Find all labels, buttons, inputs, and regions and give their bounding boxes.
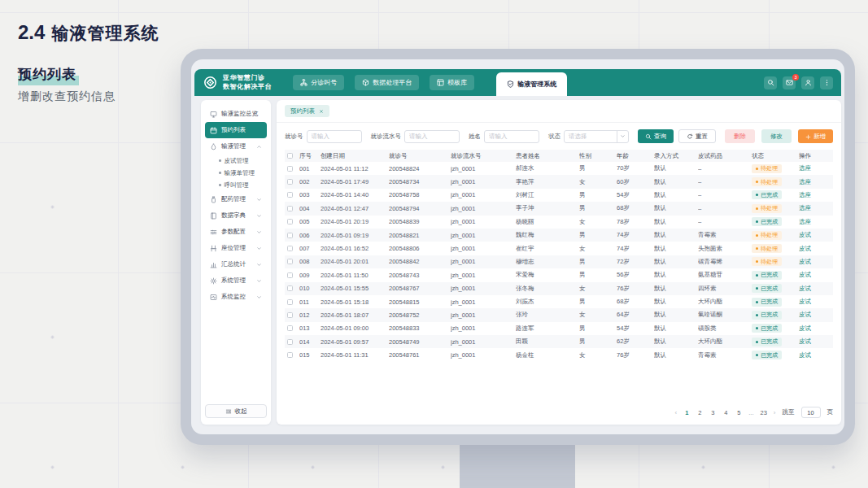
pagination-page-2[interactable]: 2: [696, 409, 703, 416]
row-checkbox[interactable]: [287, 325, 293, 331]
cell-seq: 005: [299, 218, 321, 225]
row-action-link[interactable]: 选座: [799, 164, 811, 172]
row-action-link[interactable]: 皮试: [799, 258, 811, 265]
row-action-link[interactable]: 皮试: [799, 298, 811, 305]
sidebar-item-dispensing-management[interactable]: 配药管理: [205, 191, 267, 207]
pagination-prev[interactable]: ‹: [675, 409, 678, 416]
column-header: 性别: [579, 152, 617, 160]
tab-appointment-list[interactable]: 预约列表: [285, 105, 329, 117]
sidebar-item-parameter-config[interactable]: 参数配置: [205, 224, 267, 240]
close-icon[interactable]: [319, 107, 324, 115]
table-row: 0142024-05-01 09:57200548749jzh_0001田颖男6…: [285, 335, 833, 348]
row-action-link[interactable]: 选座: [799, 218, 811, 225]
row-action-link[interactable]: 皮试: [799, 231, 811, 238]
pagination-next[interactable]: ›: [774, 409, 776, 416]
pagination-page-3[interactable]: 3: [709, 409, 716, 416]
row-checkbox[interactable]: [287, 299, 293, 305]
status-badge: 待处理: [752, 164, 782, 173]
row-checkbox[interactable]: [287, 312, 293, 318]
sidebar-item-infusion-monitor-overview[interactable]: 输液监控总览: [205, 106, 267, 122]
row-action-link[interactable]: 皮试: [799, 325, 811, 332]
sidebar-subitem-call-management[interactable]: 呼叫管理: [205, 179, 267, 191]
search-button[interactable]: [764, 76, 777, 89]
row-checkbox[interactable]: [287, 339, 293, 345]
edit-button[interactable]: 修改: [761, 129, 792, 143]
chevron-down-icon: [256, 294, 262, 300]
sidebar-subitem-skin-test-management[interactable]: 皮试管理: [205, 155, 267, 167]
sidebar-item-system-monitor[interactable]: 系统监控: [205, 289, 267, 305]
row-checkbox[interactable]: [287, 246, 293, 251]
cell-status: 已完成: [752, 351, 799, 359]
table-row: 0102024-05-01 15:55200548767jzh_0001张冬梅女…: [285, 282, 833, 295]
cell-drug: –: [698, 218, 752, 225]
pagination-page-4[interactable]: 4: [722, 409, 729, 416]
cell-age: 56岁: [617, 271, 654, 279]
status-label: 待处理: [761, 245, 778, 253]
search-button[interactable]: 查询: [638, 129, 674, 143]
account-button[interactable]: [801, 76, 814, 89]
reset-button[interactable]: 重置: [678, 129, 716, 143]
cell-drug: 磺胺类: [698, 325, 752, 333]
row-checkbox[interactable]: [287, 272, 293, 278]
app-nav: 分诊叫号数据处理平台模板库输液管理系统: [293, 69, 567, 96]
row-action-link[interactable]: 选座: [799, 178, 811, 185]
row-checkbox[interactable]: [287, 179, 293, 185]
row-action-link[interactable]: 皮试: [799, 271, 811, 278]
cell-flow_no: jzh_0001: [451, 205, 516, 212]
sidebar-item-seat-management[interactable]: 座位管理: [205, 240, 267, 256]
add-button[interactable]: 新增: [798, 129, 833, 143]
select-all-checkbox[interactable]: [287, 153, 293, 159]
visit-no-input[interactable]: [307, 130, 362, 143]
row-action-link[interactable]: 皮试: [799, 285, 811, 292]
row-action-link[interactable]: 选座: [799, 204, 811, 211]
nav-data-platform[interactable]: 数据处理平台: [355, 75, 419, 90]
status-dot-icon: [756, 287, 758, 290]
flow-no-input[interactable]: [404, 130, 460, 143]
cell-action: 皮试: [799, 271, 833, 279]
row-checkbox[interactable]: [287, 219, 293, 224]
nav-template-library[interactable]: 模板库: [430, 75, 474, 90]
cell-visit_no: 200548815: [389, 298, 451, 306]
sidebar-item-system-management[interactable]: 系统管理: [205, 272, 267, 289]
column-header: 就诊流水号: [451, 152, 516, 160]
row-action-link[interactable]: 皮试: [799, 338, 811, 345]
cell-name: 刘振杰: [516, 298, 579, 306]
row-action-link[interactable]: 皮试: [799, 245, 811, 252]
nav-infusion-system[interactable]: 输液管理系统: [496, 72, 567, 96]
pagination-page-23[interactable]: 23: [760, 409, 766, 416]
sidebar-collapse-button[interactable]: 收起: [205, 404, 267, 418]
row-action-link[interactable]: 选座: [799, 191, 811, 198]
sidebar-item-summary-statistics[interactable]: 汇总统计: [205, 256, 267, 272]
cell-entry: 默认: [654, 218, 698, 226]
sidebar-item-data-dictionary[interactable]: 数据字典: [205, 207, 267, 224]
status-label: 已完成: [761, 191, 778, 199]
row-action-link[interactable]: 皮试: [799, 351, 811, 359]
row-checkbox[interactable]: [287, 192, 293, 198]
jump-page-input[interactable]: [801, 407, 821, 418]
nav-triage-call[interactable]: 分诊叫号: [293, 75, 344, 90]
pagination-page-5[interactable]: 5: [735, 409, 742, 416]
sidebar-subitem-infusion-order-management[interactable]: 输液单管理: [205, 167, 267, 179]
cell-flow_no: jzh_0001: [451, 165, 516, 172]
row-checkbox[interactable]: [287, 166, 293, 172]
row-checkbox[interactable]: [287, 206, 293, 211]
messages-button[interactable]: 3: [783, 76, 796, 89]
sidebar-item-infusion-management[interactable]: 输液管理: [205, 138, 267, 155]
status-badge: 待处理: [752, 204, 782, 213]
row-checkbox[interactable]: [287, 285, 293, 291]
cell-gender: 男: [579, 231, 617, 239]
cell-age: 70岁: [617, 164, 654, 172]
status-select[interactable]: 请选择: [564, 130, 629, 143]
more-button[interactable]: [820, 76, 833, 89]
row-checkbox[interactable]: [287, 352, 293, 358]
row-action-link[interactable]: 皮试: [799, 311, 811, 318]
cell-seq: 004: [299, 205, 321, 212]
monitor-stand: [460, 439, 575, 488]
row-checkbox[interactable]: [287, 233, 293, 238]
row-checkbox[interactable]: [287, 259, 293, 264]
cell-status: 待处理: [752, 204, 799, 213]
pagination-page-1[interactable]: 1: [683, 409, 690, 416]
sidebar-item-appointment-list[interactable]: 预约列表: [205, 122, 267, 138]
patient-name-input[interactable]: [484, 130, 539, 143]
delete-button[interactable]: 删除: [725, 129, 755, 143]
